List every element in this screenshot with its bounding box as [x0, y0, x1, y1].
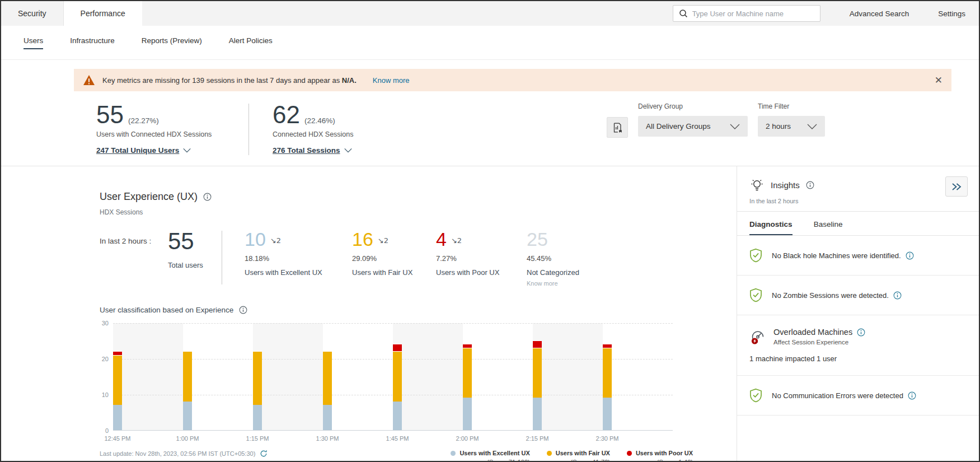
legend-score-range: (Score: 1-40)	[636, 459, 693, 462]
settings-link[interactable]: Settings	[938, 10, 965, 18]
bar-stack-1-30-pm[interactable]	[323, 351, 332, 430]
shield-check-icon	[749, 388, 762, 403]
insights-tabs: DiagnosticsBaseline	[737, 212, 979, 236]
shield-check-icon	[749, 288, 762, 302]
metric-label: Not Categorized	[527, 268, 579, 277]
legend-label: Users with Poor UX	[636, 450, 693, 456]
metric-label: Users with Poor UX	[436, 268, 527, 277]
performance-subnav: UsersInfrastructureReports (Preview)Aler…	[1, 26, 979, 60]
subnav-item-reports-preview[interactable]: Reports (Preview)	[142, 36, 202, 49]
bar-segment-users-with-excellent-ux	[533, 398, 542, 430]
metric-value: 16	[352, 230, 373, 249]
info-icon[interactable]	[906, 251, 914, 260]
chart-footer: Last update: Nov 28th, 2023, 02:56 PM IS…	[100, 450, 693, 462]
chart-x-axis: 12:45 PM1:00 PM1:15 PM1:30 PM1:45 PM2:00…	[113, 431, 673, 444]
x-tick-label: 1:45 PM	[386, 435, 409, 442]
info-icon[interactable]	[806, 181, 814, 189]
bar-segment-users-with-poor-ux	[393, 344, 402, 351]
x-tick-label: 1:15 PM	[246, 435, 269, 442]
bar-segment-users-with-fair-ux	[603, 348, 612, 398]
bar-stack-12-45-pm[interactable]	[113, 351, 122, 430]
legend-dot	[451, 451, 456, 456]
summary-drilldown-link[interactable]: 247 Total Unique Users	[96, 146, 191, 155]
info-icon[interactable]	[239, 306, 247, 314]
info-icon[interactable]	[893, 291, 902, 300]
chevron-down-icon	[344, 148, 352, 153]
top-tab-performance[interactable]: Performance	[64, 1, 142, 26]
legend-score-range: (Score: 41-70)	[556, 459, 610, 462]
insight-title: Overloaded Machines	[773, 328, 852, 337]
insight-detail: 1 machine impacted 1 user	[749, 354, 968, 363]
x-tick-label: 1:30 PM	[316, 435, 339, 442]
advanced-search-link[interactable]: Advanced Search	[850, 10, 909, 18]
refresh-icon[interactable]	[260, 450, 268, 458]
bar-segment-users-with-fair-ux	[253, 351, 262, 405]
x-tick-label: 1:00 PM	[176, 435, 199, 442]
summary-card: 55 (22.27%) Users with Connected HDX Ses…	[96, 102, 225, 155]
bar-segment-users-with-fair-ux	[533, 348, 542, 398]
legend-item-users-with-excellent-ux: Users with Excellent UX (Score: 71-100)	[451, 450, 529, 462]
info-icon[interactable]	[857, 328, 865, 337]
time-filter-label: Time Filter	[758, 102, 825, 110]
ux-subtitle: HDX Sessions	[100, 208, 737, 216]
topbar: SecurityPerformance Advanced Search Sett…	[1, 1, 979, 26]
bar-segment-users-with-fair-ux	[323, 351, 332, 405]
export-report-icon	[611, 122, 623, 134]
bar-stack-1-45-pm[interactable]	[393, 344, 402, 430]
bar-stack-1-00-pm[interactable]	[183, 351, 192, 430]
insight-item-no-communication-errors-were-detected: No Communication Errors were detected	[737, 376, 979, 416]
insight-item-no-black-hole-machines-were-identified: No Black hole Machines were identified.	[737, 236, 979, 276]
chart-band	[253, 323, 323, 431]
topbar-right: Advanced Search Settings	[673, 1, 979, 26]
chart-heading: User classification based on Experience	[100, 306, 233, 314]
insights-tab-baseline[interactable]: Baseline	[814, 220, 843, 235]
summary-card: 62 (22.46%) Connected HDX Sessions 276 T…	[273, 102, 401, 155]
summary-link-text: 276 Total Sessions	[273, 146, 340, 155]
summary-link-text: 247 Total Unique Users	[96, 146, 179, 155]
chart-band	[463, 323, 533, 431]
subnav-item-infrastructure[interactable]: Infrastructure	[70, 36, 115, 49]
collapse-panel-button[interactable]	[945, 176, 968, 197]
bar-segment-users-with-excellent-ux	[113, 405, 122, 430]
info-icon[interactable]	[203, 193, 212, 201]
delivery-group-select[interactable]: All Delivery Groups	[638, 116, 748, 137]
metric-percent: 7.27%	[436, 254, 527, 263]
bar-stack-2-30-pm[interactable]	[603, 344, 612, 430]
bar-stack-2-00-pm[interactable]	[463, 344, 472, 430]
bar-stack-1-15-pm[interactable]	[253, 351, 262, 430]
time-filter-select[interactable]: 2 hours	[758, 116, 825, 137]
legend-label: Users with Fair UX	[556, 450, 610, 456]
metric-know-more-link[interactable]: Know more	[527, 280, 579, 287]
search-input[interactable]	[692, 10, 814, 18]
banner-know-more-link[interactable]: Know more	[373, 76, 410, 85]
bar-segment-users-with-excellent-ux	[253, 405, 262, 430]
overloaded-machine-icon	[749, 328, 766, 346]
warning-icon	[83, 74, 95, 86]
subnav-item-users[interactable]: Users	[24, 36, 43, 49]
subnav-item-alert-policies[interactable]: Alert Policies	[229, 36, 273, 49]
last-update-text: Last update: Nov 28th, 2023, 02:56 PM IS…	[100, 450, 255, 457]
metric-total-users: 55 Total users	[168, 230, 222, 269]
double-chevron-right-icon	[951, 183, 962, 191]
top-tab-security[interactable]: Security	[1, 1, 64, 26]
metric-label: Users with Fair UX	[352, 268, 436, 277]
bar-stack-2-15-pm[interactable]	[533, 340, 542, 430]
export-report-button[interactable]	[607, 117, 628, 138]
trend-down-indicator: ↘2	[451, 230, 462, 245]
insight-item-no-zombie-sessions-were-detected: No Zombie Sessions were detected.	[737, 276, 979, 315]
chart-legend: Users with Excellent UX (Score: 71-100) …	[451, 450, 693, 462]
legend-dot	[547, 451, 552, 456]
info-icon[interactable]	[908, 391, 916, 400]
legend-dot	[627, 451, 632, 456]
summary-drilldown-link[interactable]: 276 Total Sessions	[273, 146, 352, 155]
insights-tab-diagnostics[interactable]: Diagnostics	[749, 220, 793, 235]
time-filter-value: 2 hours	[766, 122, 791, 130]
insights-panel: Insights In the last 2 hours Diagnostics…	[737, 166, 979, 462]
insight-text: No Communication Errors were detected	[772, 391, 903, 400]
global-search[interactable]	[673, 5, 820, 22]
bar-segment-users-with-excellent-ux	[603, 398, 612, 430]
insights-title: Insights	[771, 180, 800, 190]
search-icon	[679, 9, 688, 18]
banner-close-icon[interactable]: ✕	[935, 76, 943, 85]
bar-segment-users-with-fair-ux	[183, 351, 192, 402]
